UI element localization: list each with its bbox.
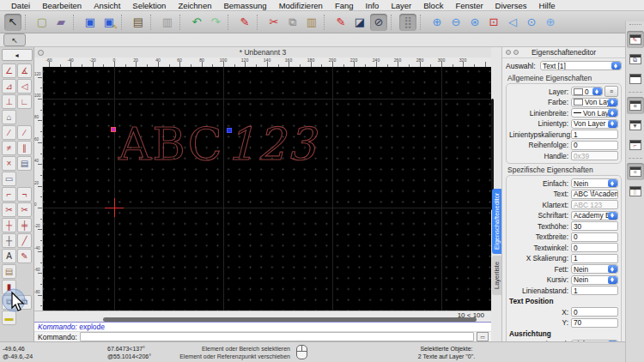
no-fill-button[interactable]: ⊘ bbox=[370, 14, 387, 31]
palette-tool-9-1[interactable]: ✂ bbox=[17, 202, 32, 217]
new-file-button[interactable]: ▢ bbox=[33, 14, 51, 31]
view-list-window-button[interactable]: ≡ bbox=[627, 97, 644, 114]
dock-handle[interactable] bbox=[629, 24, 641, 27]
palette-tool-15-1[interactable]: ⧉ bbox=[17, 295, 32, 310]
print-button[interactable]: ▤ bbox=[130, 14, 147, 31]
palette-tool-14-0[interactable]: ▮ bbox=[2, 280, 16, 294]
palette-tool-8-1[interactable]: ¬ bbox=[17, 187, 32, 202]
property-dropdown-layer-[interactable]: 0 bbox=[571, 87, 603, 96]
palette-tool-11-0[interactable]: ┼ bbox=[2, 233, 16, 248]
property-input-x-skalierung-[interactable]: 1 bbox=[571, 254, 618, 263]
copy-button[interactable]: ⧉ bbox=[284, 14, 301, 31]
property-dropdown-linientyp-[interactable]: Von Layer bbox=[571, 119, 618, 129]
command-options-button[interactable]: ▭ bbox=[477, 332, 489, 341]
selection-dropdown[interactable]: Text [1] bbox=[540, 61, 622, 70]
cad-text-123[interactable]: 123 bbox=[227, 122, 317, 166]
grid-toggle-button[interactable]: ⣿ bbox=[399, 14, 416, 31]
pointer-tool-button[interactable]: ↖ bbox=[4, 14, 21, 31]
cad-dark-button[interactable]: ◪ bbox=[351, 14, 368, 31]
property-dropdown-linienbreite-[interactable]: Von Layer bbox=[571, 108, 618, 118]
palette-back-button[interactable]: ◂ bbox=[2, 49, 33, 61]
save-as-button[interactable]: ▣✎ bbox=[100, 14, 118, 31]
property-input-reihenfolge-[interactable]: 0 bbox=[571, 141, 618, 150]
property-dropdown-kursiv-[interactable]: Nein bbox=[571, 275, 618, 285]
zoom-in-button[interactable]: ⊕ bbox=[428, 14, 446, 31]
command-input[interactable] bbox=[80, 332, 474, 341]
palette-tool-2-0[interactable]: ⊥ bbox=[2, 94, 16, 109]
palette-tool-0-1[interactable]: ∡ bbox=[17, 63, 32, 78]
reference-window-button[interactable]: ⌐ bbox=[627, 136, 644, 154]
redo-button[interactable]: ↷ bbox=[207, 14, 224, 31]
menu-fenster[interactable]: Fenster bbox=[449, 1, 489, 10]
menu-zeichnen[interactable]: Zeichnen bbox=[172, 1, 217, 10]
menu-info[interactable]: Info bbox=[360, 1, 386, 10]
property-dropdown-schriftart-[interactable]: Academy Engraved LET bbox=[571, 211, 618, 220]
palette-tool-12-0[interactable]: A bbox=[2, 249, 16, 263]
palette-tool-6-1[interactable]: ▤ bbox=[17, 156, 32, 171]
paste-button[interactable]: ▥ bbox=[303, 14, 320, 31]
filter-window-button[interactable]: ▼ bbox=[627, 117, 644, 134]
palette-tool-6-0[interactable]: × bbox=[2, 156, 16, 171]
palette-tool-2-1[interactable]: ∟ bbox=[17, 94, 32, 109]
property-input-linienabstand-[interactable]: 1 bbox=[571, 286, 618, 295]
draw-pencil-button[interactable]: ✎ bbox=[332, 14, 349, 31]
zoom-out-button[interactable]: ⊖ bbox=[447, 14, 465, 31]
menu-bearbeiten[interactable]: Bearbeiten bbox=[36, 1, 88, 10]
save-button[interactable]: ▣ bbox=[82, 14, 99, 31]
command-line-window-button[interactable]: ≡ bbox=[627, 163, 644, 180]
tab-eigenschafteneditor[interactable]: Eigenschafteneditor bbox=[492, 189, 501, 254]
palette-tool-4-0[interactable]: ∕ bbox=[2, 125, 16, 140]
palette-tool-1-0[interactable]: ⊿ bbox=[2, 79, 16, 94]
menu-fang[interactable]: Fang bbox=[329, 1, 360, 10]
menu-modifizieren[interactable]: Modifizieren bbox=[273, 1, 329, 10]
property-input-text-[interactable]: ABC \fAcademy Engraved L bbox=[571, 190, 618, 199]
selection-handle[interactable] bbox=[111, 127, 116, 132]
tab-layerliste[interactable]: Layerliste bbox=[492, 256, 501, 295]
property-input-linientypskalierung-[interactable]: 1 bbox=[571, 130, 618, 139]
zoom-previous-button[interactable]: ◁ bbox=[504, 14, 521, 31]
palette-tool-1-1[interactable]: ◁ bbox=[17, 79, 32, 94]
palette-tool-0-0[interactable]: ∠ bbox=[2, 63, 16, 78]
print-preview-button[interactable]: ▥ bbox=[159, 14, 176, 31]
selection-handle[interactable] bbox=[227, 128, 232, 133]
cad-text-abc[interactable]: ABC bbox=[118, 122, 224, 166]
menu-block[interactable]: Block bbox=[417, 1, 449, 10]
palette-tool-8-0[interactable]: ⌐ bbox=[2, 187, 16, 202]
palette-tool-5-0[interactable]: ≠ bbox=[2, 141, 16, 155]
drawing-canvas[interactable]: ABC 123 bbox=[43, 67, 491, 311]
menu-datei[interactable]: Datei bbox=[5, 1, 36, 10]
delete-button[interactable]: ✎ bbox=[236, 14, 253, 31]
zoom-pan-button[interactable]: ⊙ bbox=[523, 14, 540, 31]
property-dropdown-einfach-[interactable]: Nein bbox=[571, 178, 618, 188]
layer-menu-button[interactable]: ≡ bbox=[605, 86, 618, 97]
property-dropdown-farbe-[interactable]: Von Layer bbox=[571, 98, 618, 107]
property-input-y-[interactable]: 70 bbox=[571, 318, 618, 328]
palette-tool-5-1[interactable]: ∥ bbox=[17, 141, 32, 155]
block-list-window-button[interactable] bbox=[627, 70, 644, 87]
close-icon[interactable] bbox=[38, 50, 44, 56]
palette-tool-4-1[interactable]: ∕ bbox=[17, 125, 32, 140]
palette-tool-15-0[interactable]: ⧉ bbox=[2, 295, 16, 310]
menu-hilfe[interactable]: Hilfe bbox=[533, 1, 562, 10]
palette-tool-10-0[interactable]: ┼ bbox=[2, 218, 16, 232]
property-editor-window-button[interactable]: ✎ bbox=[627, 31, 644, 48]
property-input-texthöhe-[interactable]: 30 bbox=[571, 221, 618, 231]
palette-tool-3-0[interactable]: ⌂ bbox=[2, 110, 16, 124]
zoom-window-button[interactable]: ⊡ bbox=[485, 14, 502, 31]
property-dropdown-fett-[interactable]: Nein bbox=[571, 264, 618, 274]
palette-tool-9-0[interactable]: ✂ bbox=[2, 202, 16, 217]
clipboard-window-button[interactable]: ▯ bbox=[627, 183, 644, 200]
menu-selektion[interactable]: Selektion bbox=[126, 1, 172, 10]
zoom-auto-button[interactable]: ⊛ bbox=[466, 14, 483, 31]
zoom-redraw-button[interactable]: ⊕ bbox=[542, 14, 559, 31]
menu-ansicht[interactable]: Ansicht bbox=[88, 1, 126, 10]
palette-tool-12-1[interactable]: ✎ bbox=[17, 249, 32, 263]
panel-close-icon[interactable] bbox=[506, 50, 511, 55]
palette-tool-11-1[interactable]: ╱ bbox=[17, 233, 32, 248]
property-input-textwinkel-[interactable]: 0 bbox=[571, 243, 618, 252]
undo-button[interactable]: ↶ bbox=[188, 14, 205, 31]
panel-float-icon[interactable] bbox=[513, 50, 519, 55]
menu-bemassung[interactable]: Bemassung bbox=[217, 1, 272, 10]
palette-tool-10-1[interactable]: ╪ bbox=[17, 218, 32, 232]
palette-tool-16-0[interactable]: ▬ bbox=[2, 311, 16, 325]
